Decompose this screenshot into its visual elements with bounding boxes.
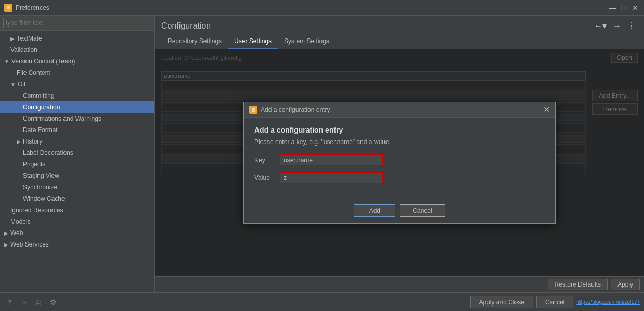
sidebar-item-validation[interactable]: Validation xyxy=(0,44,154,56)
sidebar-item-git[interactable]: ▼ Git xyxy=(0,79,154,90)
app-icon: ⚙ xyxy=(4,4,12,12)
tab-user-settings[interactable]: User Settings xyxy=(228,34,278,49)
main-content: ▶ TextMate Validation ▼ Version Control … xyxy=(0,16,644,292)
sidebar-item-confirmations[interactable]: Confirmations and Warnings xyxy=(0,113,154,124)
sidebar-item-label: Configuration xyxy=(23,103,60,111)
modal-body: Add a configuration entry Please enter a… xyxy=(244,118,555,198)
value-field: Value xyxy=(254,172,545,184)
value-input[interactable] xyxy=(279,172,383,184)
sidebar-item-label: Label Decorations xyxy=(23,149,73,157)
tabs-bar: Repository Settings User Settings System… xyxy=(155,34,644,49)
sidebar-item-label-decorations[interactable]: Label Decorations xyxy=(0,147,154,159)
modal-title-text: Add a configuration entry xyxy=(261,106,330,113)
apply-close-button[interactable]: Apply and Close xyxy=(470,296,533,308)
title-bar: ⚙ Preferences — □ ✕ xyxy=(0,0,644,16)
sidebar-item-models[interactable]: Models xyxy=(0,216,154,227)
chevron-right-icon: ▶ xyxy=(10,36,15,42)
sidebar-item-label: Web xyxy=(10,229,23,237)
sidebar-item-projects[interactable]: Projects xyxy=(0,159,154,170)
restore-defaults-button[interactable]: Restore Defaults xyxy=(548,279,608,290)
window-controls: — □ ✕ xyxy=(608,3,640,12)
sidebar-item-label: Synchronize xyxy=(23,184,57,191)
config-title: Configuration xyxy=(161,21,211,31)
sidebar-item-synchronize[interactable]: Synchronize xyxy=(0,182,154,193)
sidebar-item-ignored-resources[interactable]: Ignored Resources xyxy=(0,204,154,216)
sidebar-filter xyxy=(0,16,154,31)
sidebar-item-label: TextMate xyxy=(17,35,42,42)
bottom-left: ? ⎘ ⎙ ⚙ xyxy=(4,297,58,307)
sidebar-item-label: Ignored Resources xyxy=(10,206,63,214)
sidebar-item-label: Web Services xyxy=(10,241,49,248)
nav-forward-button[interactable]: → xyxy=(611,20,623,32)
modal-add-button[interactable]: Add xyxy=(354,204,395,217)
modal-heading: Add a configuration entry xyxy=(254,126,545,134)
modal-titlebar: ⚙ Add a configuration entry ✕ xyxy=(244,102,555,118)
window-title: Preferences xyxy=(16,4,608,11)
sidebar-item-label: History xyxy=(23,138,42,145)
tab-repository-settings[interactable]: Repository Settings xyxy=(161,34,228,49)
sidebar-item-committing[interactable]: Committing xyxy=(0,90,154,101)
key-field: Key xyxy=(254,154,545,166)
close-button[interactable]: ✕ xyxy=(630,3,640,12)
help-icon[interactable]: ? xyxy=(4,297,15,307)
nav-back-button[interactable]: ←▾ xyxy=(592,20,609,32)
sidebar-item-label: Validation xyxy=(10,46,37,54)
sidebar-item-label: Projects xyxy=(23,161,45,168)
cancel-button[interactable]: Cancel xyxy=(536,296,573,308)
sidebar-item-label: Git xyxy=(18,81,25,88)
modal-title-left: ⚙ Add a configuration entry xyxy=(249,106,330,114)
sidebar-item-version-control[interactable]: ▼ Version Control (Team) xyxy=(0,56,154,67)
sidebar-item-label: Models xyxy=(10,218,31,225)
sidebar-item-date-format[interactable]: Date Format xyxy=(0,124,154,136)
sidebar-item-file-content[interactable]: File Content xyxy=(0,67,154,79)
tab-system-settings[interactable]: System Settings xyxy=(278,34,336,49)
sidebar-item-textmate[interactable]: ▶ TextMate xyxy=(0,33,154,44)
modal-footer: Add Cancel xyxy=(244,198,555,223)
export-preferences-icon[interactable]: ⎘ xyxy=(19,297,29,307)
header-actions: ←▾ → ⋮ xyxy=(592,20,638,32)
import-preferences-icon[interactable]: ⎙ xyxy=(33,297,44,307)
sidebar-item-window-cache[interactable]: Window Cache xyxy=(0,193,154,204)
sidebar-item-label: File Content xyxy=(17,69,50,76)
sidebar-item-label: Version Control (Team) xyxy=(11,58,75,65)
minimize-button[interactable]: — xyxy=(608,3,617,12)
sidebar-tree: ▶ TextMate Validation ▼ Version Control … xyxy=(0,31,154,292)
sidebar-item-label: Staging View xyxy=(23,172,59,179)
sidebar-item-web-services[interactable]: ▶ Web Services xyxy=(0,239,154,250)
chevron-down-icon: ▼ xyxy=(10,82,16,87)
chevron-right-icon: ▶ xyxy=(4,242,8,248)
bottom-right: Apply and Close Cancel https://blog.csdn… xyxy=(470,296,640,308)
restore-apply-bar: Restore Defaults Apply xyxy=(155,276,644,292)
bottom-bar: ? ⎘ ⎙ ⚙ Apply and Close Cancel https://b… xyxy=(0,292,644,311)
chevron-down-icon: ▼ xyxy=(4,59,9,64)
sidebar-item-configuration[interactable]: Configuration xyxy=(0,101,154,113)
chevron-right-icon: ▶ xyxy=(4,230,8,236)
config-header: Configuration ←▾ → ⋮ xyxy=(155,16,644,34)
sidebar-item-label: Committing xyxy=(23,92,55,99)
sidebar: ▶ TextMate Validation ▼ Version Control … xyxy=(0,16,155,292)
modal-cancel-button[interactable]: Cancel xyxy=(400,204,445,217)
chevron-right-icon: ▶ xyxy=(17,139,21,145)
value-label: Value xyxy=(254,174,275,182)
sidebar-item-label: Window Cache xyxy=(23,195,65,202)
key-input[interactable] xyxy=(279,154,383,166)
nav-menu-button[interactable]: ⋮ xyxy=(625,20,638,32)
url-link[interactable]: https://blog.csdn.net/zdl177 xyxy=(576,299,640,305)
modal-description: Please enter a key, e.g. "user.name" and… xyxy=(254,138,545,146)
right-panel: Configuration ←▾ → ⋮ Repository Settings… xyxy=(155,16,644,292)
maximize-button[interactable]: □ xyxy=(619,3,628,12)
add-config-dialog: ⚙ Add a configuration entry ✕ Add a conf… xyxy=(243,102,556,224)
sidebar-item-label: Date Format xyxy=(23,126,58,134)
modal-close-button[interactable]: ✕ xyxy=(543,106,550,114)
filter-input[interactable] xyxy=(3,18,151,28)
apply-button[interactable]: Apply xyxy=(611,279,640,290)
sidebar-item-history[interactable]: ▶ History xyxy=(0,136,154,147)
sidebar-item-web[interactable]: ▶ Web xyxy=(0,227,154,239)
sidebar-item-staging-view[interactable]: Staging View xyxy=(0,170,154,182)
settings-icon[interactable]: ⚙ xyxy=(48,297,58,307)
modal-app-icon: ⚙ xyxy=(249,106,257,114)
modal-overlay: ⚙ Add a configuration entry ✕ Add a conf… xyxy=(155,49,644,276)
key-label: Key xyxy=(254,157,275,164)
sidebar-item-label: Confirmations and Warnings xyxy=(23,115,101,122)
